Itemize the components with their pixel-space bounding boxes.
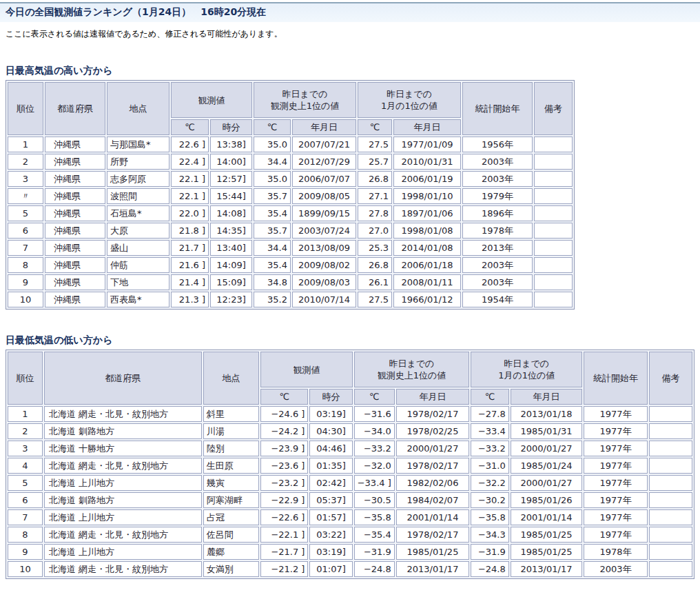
record-header-line2: 観測史上1位の値 bbox=[257, 100, 353, 112]
col-header-month-record: 昨日までの 1月の1位の値 bbox=[358, 82, 461, 118]
cell-rec_date: 2013/01/17 bbox=[396, 561, 469, 577]
cell-time: 15:44] bbox=[210, 188, 252, 204]
cell-rec_temp: 35.4 bbox=[254, 205, 291, 221]
page-title: 今日の全国観測値ランキング（1月24日） 16時20分現在 bbox=[0, 2, 700, 22]
cell-rec_date: 1984/02/07 bbox=[396, 492, 469, 508]
cell-since: 1977年 bbox=[584, 509, 648, 525]
min-temp-ranking-table: 順位 都道府県 地点 観測値 昨日までの 観測史上1位の値 昨日までの 1月の1… bbox=[6, 350, 694, 579]
cell-mon_temp: 27.5 bbox=[358, 292, 392, 307]
cell-since: 2003年 bbox=[462, 171, 533, 187]
cell-time: 13:40] bbox=[210, 240, 252, 256]
col-header-station: 地点 bbox=[107, 82, 169, 135]
table-row: 6沖縄県大原21.8 ]14:35]35.72003/07/2427.01998… bbox=[8, 223, 573, 239]
cell-temp: −21.2 ] bbox=[260, 561, 308, 577]
record-header-line1: 昨日までの bbox=[257, 88, 353, 100]
cell-time: 04:46] bbox=[309, 441, 352, 456]
subheader-month-temp-unit: ℃ bbox=[471, 389, 509, 405]
cell-mon_temp: 25.7 bbox=[358, 154, 392, 170]
table-row: 7沖縄県盛山21.7 ]13:40]34.42013/08/0925.32014… bbox=[8, 240, 573, 256]
cell-mon_date: 1966/01/12 bbox=[393, 292, 461, 307]
col-header-start-year: 統計開始年 bbox=[584, 352, 648, 405]
cell-remarks bbox=[649, 458, 692, 474]
cell-since: 1896年 bbox=[462, 205, 533, 221]
cell-rec_date: 2009/08/02 bbox=[292, 257, 356, 273]
table-row: 1北海道 網走・北見・紋別地方斜里−24.6 ]03:19]−31.61978/… bbox=[8, 406, 692, 422]
cell-mon_date: 2013/01/18 bbox=[511, 406, 583, 422]
cell-station: 幾寅 bbox=[203, 475, 260, 491]
cell-mon_temp: −35.8 bbox=[471, 509, 509, 525]
cell-remarks bbox=[649, 423, 692, 439]
cell-pref: 沖縄県 bbox=[45, 257, 105, 273]
cell-temp: −22.6 ] bbox=[260, 509, 308, 525]
cell-remarks bbox=[534, 240, 573, 256]
table-row: 9北海道 上川地方麓郷−21.7 ]03:19]−31.91985/01/25−… bbox=[8, 544, 692, 560]
cell-rec_date: 2010/07/14 bbox=[292, 292, 356, 307]
cell-rank: 5 bbox=[8, 475, 43, 491]
cell-pref: 沖縄県 bbox=[45, 154, 105, 170]
cell-rec_date: 1978/02/17 bbox=[396, 458, 469, 474]
cell-temp: −22.1 ] bbox=[260, 527, 308, 543]
subheader-obs-time-unit: 時分 bbox=[309, 389, 352, 405]
cell-rec_date: 1899/09/15 bbox=[292, 205, 356, 221]
cell-pref: 沖縄県 bbox=[45, 292, 105, 307]
cell-pref: 北海道 上川地方 bbox=[44, 509, 202, 525]
cell-since: 1977年 bbox=[584, 458, 648, 474]
cell-rank: 〃 bbox=[8, 188, 43, 204]
cell-remarks bbox=[534, 257, 573, 273]
cell-rank: 3 bbox=[8, 441, 43, 456]
cell-rank: 9 bbox=[8, 274, 43, 290]
cell-rec_date: 2012/07/29 bbox=[292, 154, 356, 170]
cell-mon_temp: −24.8 bbox=[471, 561, 509, 577]
cell-pref: 沖縄県 bbox=[45, 136, 105, 152]
month-record-header-line2: 1月の1位の値 bbox=[361, 100, 457, 112]
cell-time: 14:35] bbox=[210, 223, 252, 239]
cell-rec_date: 2001/01/14 bbox=[396, 509, 469, 525]
subheader-record-date-unit: 年月日 bbox=[292, 119, 356, 135]
cell-rec_temp: −33.2 bbox=[354, 441, 395, 456]
col-header-station: 地点 bbox=[203, 352, 260, 405]
cell-temp: 22.1 ] bbox=[171, 188, 209, 204]
cell-time: 02:42] bbox=[309, 475, 352, 491]
col-header-pref: 都道府県 bbox=[44, 352, 202, 405]
cell-mon_temp: −30.2 bbox=[471, 492, 509, 508]
cell-since: 1977年 bbox=[584, 441, 648, 456]
table-row: 5沖縄県石垣島*22.0 ]14:08]35.41899/09/1527.818… bbox=[8, 205, 573, 221]
cell-time: 05:37] bbox=[309, 492, 352, 508]
cell-rec_temp: −35.4 bbox=[354, 527, 395, 543]
cell-rec_temp: 34.4 bbox=[254, 240, 291, 256]
notice-text: ここに表示される値は速報値であるため、修正される可能性があります。 bbox=[0, 22, 700, 40]
cell-remarks bbox=[534, 136, 573, 152]
cell-since: 1977年 bbox=[584, 423, 648, 439]
cell-time: 03:22] bbox=[309, 527, 352, 543]
cell-since: 2003年 bbox=[584, 561, 648, 577]
cell-rec_date: 1978/02/25 bbox=[396, 423, 469, 439]
cell-rank: 1 bbox=[8, 406, 43, 422]
cell-time: 03:19] bbox=[309, 544, 352, 560]
table-row: 3沖縄県志多阿原22.1 ]12:57]35.02006/07/0726.820… bbox=[8, 171, 573, 187]
cell-rec_temp: 34.8 bbox=[254, 274, 291, 290]
cell-mon_temp: 27.1 bbox=[358, 188, 392, 204]
cell-rec_date: 2006/07/07 bbox=[292, 171, 356, 187]
subheader-month-date-unit: 年月日 bbox=[393, 119, 461, 135]
cell-time: 12:23] bbox=[210, 292, 252, 307]
cell-time: 01:35] bbox=[309, 458, 352, 474]
cell-temp: 22.0 ] bbox=[171, 205, 209, 221]
table-row: 5北海道 上川地方幾寅−23.2 ]02:42]−33.4 ]1982/02/0… bbox=[8, 475, 692, 491]
table-header: 順位 都道府県 地点 観測値 昨日までの 観測史上1位の値 昨日までの 1月の1… bbox=[8, 82, 573, 135]
cell-time: 14:08] bbox=[210, 205, 252, 221]
cell-rec_temp: 35.0 bbox=[254, 171, 291, 187]
table-row: 7北海道 上川地方占冠−22.6 ]01:57]−35.82001/01/14−… bbox=[8, 509, 692, 525]
cell-pref: 沖縄県 bbox=[45, 274, 105, 290]
cell-mon_temp: −31.0 bbox=[471, 458, 509, 474]
cell-rec_date: 1978/02/17 bbox=[396, 527, 469, 543]
cell-since: 2013年 bbox=[462, 240, 533, 256]
cell-mon_date: 1998/01/08 bbox=[393, 223, 461, 239]
cell-remarks bbox=[534, 223, 573, 239]
cell-rec_date: 2003/07/24 bbox=[292, 223, 356, 239]
cell-station: 佐呂間 bbox=[203, 527, 260, 543]
cell-pref: 北海道 網走・北見・紋別地方 bbox=[44, 561, 202, 577]
table-row: 9沖縄県下地21.4 ]15:09]34.82009/08/0326.12008… bbox=[8, 274, 573, 290]
table-header: 順位 都道府県 地点 観測値 昨日までの 観測史上1位の値 昨日までの 1月の1… bbox=[8, 352, 692, 405]
cell-rank: 7 bbox=[8, 509, 43, 525]
col-header-month-record: 昨日までの 1月の1位の値 bbox=[471, 352, 582, 387]
